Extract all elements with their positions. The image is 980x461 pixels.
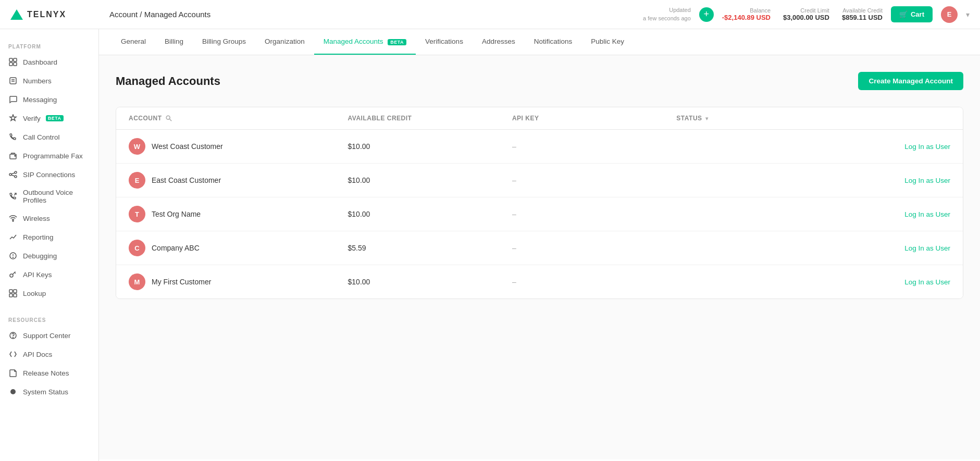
sidebar-item-sip-connections[interactable]: SIP Connections [0, 165, 98, 184]
verify-beta-badge: BETA [46, 115, 64, 121]
managed-accounts-badge: Beta [388, 39, 406, 45]
sidebar-item-verify[interactable]: Verify BETA [0, 109, 98, 128]
header-right: Updated a few seconds ago + Balance -$2,… [643, 6, 970, 23]
account-avatar: C [129, 240, 145, 256]
add-funds-button[interactable]: + [699, 7, 714, 22]
column-action [841, 115, 950, 122]
debugging-icon [8, 251, 18, 260]
account-name: West Coast Customer [152, 142, 223, 151]
log-in-as-user-link[interactable]: Log In as User [841, 210, 950, 218]
sidebar-item-label: Debugging [23, 252, 57, 260]
tab-public-key[interactable]: Public Key [581, 29, 634, 55]
status-sort-icon[interactable]: ▾ [705, 116, 709, 121]
sidebar-item-label: SIP Connections [23, 171, 75, 179]
account-cell: E East Coast Customer [129, 172, 348, 189]
tab-notifications[interactable]: Notifications [525, 29, 582, 55]
release-notes-icon [8, 368, 18, 378]
credit-value: $10.00 [348, 278, 512, 286]
account-name: Test Org Name [152, 210, 201, 218]
svg-point-9 [9, 173, 11, 176]
column-account: Account [129, 115, 348, 122]
sidebar-item-support-center[interactable]: Support Center [0, 326, 98, 345]
column-available-credit: Available Credit [348, 115, 512, 122]
tab-verifications[interactable]: Verifications [416, 29, 473, 55]
user-avatar-button[interactable]: E [941, 6, 958, 23]
balance-group: Balance -$2,140.89 USD Credit Limit $3,0… [722, 7, 883, 21]
sidebar-item-messaging[interactable]: Messaging [0, 90, 98, 109]
sidebar-item-api-keys[interactable]: API Keys [0, 265, 98, 284]
log-in-as-user-link[interactable]: Log In as User [841, 278, 950, 286]
sidebar-item-release-notes[interactable]: Release Notes [0, 364, 98, 382]
api-keys-icon [8, 270, 18, 279]
svg-point-26 [13, 338, 14, 338]
sidebar-item-debugging[interactable]: Debugging [0, 246, 98, 265]
tab-organization[interactable]: Organization [255, 29, 314, 55]
svg-rect-3 [14, 63, 17, 66]
cart-button[interactable]: 🛒 Cart [891, 6, 933, 22]
log-in-as-user-link[interactable]: Log In as User [841, 177, 950, 184]
page-content: Managed Accounts Create Managed Account … [99, 55, 980, 459]
svg-rect-0 [9, 58, 13, 61]
account-avatar: W [129, 138, 145, 155]
credit-value: $10.00 [348, 142, 512, 151]
credit-limit-value: $3,000.00 USD [783, 14, 829, 21]
sidebar-item-label: Outbound Voice Profiles [23, 189, 90, 204]
sidebar-item-label: Dashboard [23, 58, 57, 66]
svg-rect-23 [9, 294, 13, 297]
svg-line-12 [11, 173, 15, 174]
page-header: Managed Accounts Create Managed Account [116, 72, 963, 90]
api-key-value: – [512, 142, 676, 151]
updated-label: Updated [643, 6, 691, 14]
user-menu-chevron-icon[interactable]: ▾ [966, 10, 970, 19]
sidebar-item-lookup[interactable]: Lookup [0, 284, 98, 303]
sidebar-item-label: API Keys [23, 271, 52, 279]
sidebar-item-programmable-fax[interactable]: Programmable Fax [0, 146, 98, 165]
account-search-icon[interactable] [165, 115, 172, 122]
api-docs-icon [8, 350, 18, 359]
sidebar-item-outbound-voice[interactable]: Outbound Voice Profiles [0, 184, 98, 209]
fax-icon [8, 151, 18, 160]
sidebar-item-api-docs[interactable]: API Docs [0, 345, 98, 364]
create-managed-account-button[interactable]: Create Managed Account [858, 72, 963, 90]
sidebar-item-numbers[interactable]: Numbers [0, 71, 98, 90]
table-row: W West Coast Customer $10.00 – Log In as… [116, 130, 963, 164]
logo-area: TELNYX [10, 9, 109, 20]
log-in-as-user-link[interactable]: Log In as User [841, 143, 950, 151]
tab-managed-accounts[interactable]: Managed Accounts Beta [314, 29, 416, 55]
available-credit-label: Available Credit [842, 7, 883, 14]
sidebar-item-label: System Status [23, 388, 68, 396]
table-row: M My First Customer $10.00 – Log In as U… [116, 265, 963, 298]
tab-billing-groups[interactable]: Billing Groups [193, 29, 255, 55]
wireless-icon [8, 214, 18, 223]
svg-point-8 [15, 155, 16, 156]
svg-rect-21 [9, 290, 13, 293]
sidebar-item-reporting[interactable]: Reporting [0, 228, 98, 246]
account-cell: T Test Org Name [129, 206, 348, 222]
sidebar-item-label: Wireless [23, 215, 50, 222]
api-key-value: – [512, 278, 676, 286]
svg-point-18 [13, 257, 14, 258]
logo-text: TELNYX [27, 10, 66, 19]
sip-icon [8, 170, 18, 179]
balance-item: Balance -$2,140.89 USD [722, 7, 771, 21]
sidebar-item-system-status[interactable]: System Status [0, 382, 98, 401]
account-avatar: T [129, 206, 145, 222]
log-in-as-user-link[interactable]: Log In as User [841, 244, 950, 252]
svg-rect-24 [14, 294, 17, 297]
svg-point-10 [15, 171, 17, 173]
svg-point-11 [15, 176, 17, 178]
sidebar-item-call-control[interactable]: Call Control [0, 128, 98, 146]
sidebar-item-wireless[interactable]: Wireless [0, 209, 98, 228]
tab-addresses[interactable]: Addresses [473, 29, 525, 55]
sidebar-item-dashboard[interactable]: Dashboard [0, 53, 98, 71]
svg-rect-22 [14, 290, 17, 293]
svg-point-28 [166, 116, 170, 119]
column-status[interactable]: Status ▾ [676, 115, 840, 122]
account-cell: M My First Customer [129, 273, 348, 290]
svg-line-13 [11, 175, 15, 176]
tab-billing[interactable]: Billing [155, 29, 193, 55]
tab-general[interactable]: General [111, 29, 155, 55]
available-credit-value: $859.11 USD [842, 14, 883, 21]
credit-value: $10.00 [348, 176, 512, 184]
available-credit-item: Available Credit $859.11 USD [842, 7, 883, 21]
